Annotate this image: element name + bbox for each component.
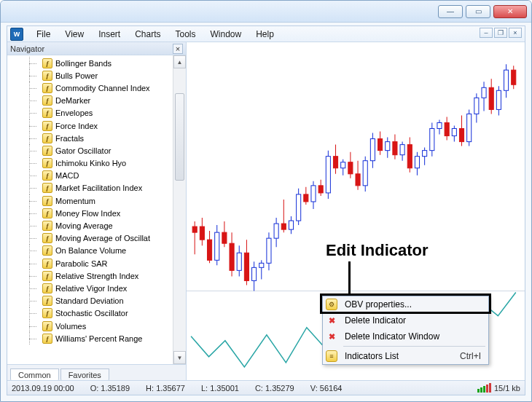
svg-rect-88	[512, 70, 516, 84]
mdi-minimize-button[interactable]: –	[480, 28, 493, 38]
tree-item[interactable]: fMoving Average	[25, 219, 173, 232]
menu-insert[interactable]: Insert	[93, 28, 126, 41]
status-high: H: 1.35677	[146, 384, 185, 393]
tree-item[interactable]: fFractals	[25, 132, 173, 144]
scroll-up-button[interactable]: ▲	[173, 55, 186, 68]
tree-item[interactable]: fDeMarker	[25, 95, 173, 107]
tree-item[interactable]: fMoving Average of Oscillat	[25, 232, 173, 245]
tree-item-label: Stochastic Oscillator	[55, 309, 128, 318]
tree-item[interactable]: fMarket Facilitation Index	[25, 182, 173, 194]
window-maximize-button[interactable]: ▭	[466, 5, 490, 18]
tree-item[interactable]: fVolumes	[25, 320, 173, 332]
delete-window-icon: ✖	[326, 331, 337, 342]
navigator-tree[interactable]: fBollinger BandsfBulls PowerfCommodity C…	[7, 55, 173, 364]
tree-item-label: On Balance Volume	[55, 246, 126, 255]
tree-item[interactable]: fGator Oscillator	[25, 144, 173, 157]
tree-branch-icon	[25, 194, 42, 207]
menuitem-delete-indicator[interactable]: ✖ Delete Indicator	[323, 312, 488, 328]
mdi-close-button[interactable]: ×	[509, 28, 522, 38]
svg-rect-2	[192, 226, 197, 232]
menu-file[interactable]: File	[31, 28, 56, 41]
tree-item-label: Bollinger Bands	[55, 59, 112, 68]
tab-common[interactable]: Common	[10, 368, 59, 381]
svg-rect-60	[407, 145, 412, 168]
tree-item[interactable]: fIchimoku Kinko Hyo	[25, 157, 173, 170]
svg-rect-78	[474, 98, 479, 114]
tree-item[interactable]: fRelative Vigor Index	[25, 282, 173, 294]
navigator-header[interactable]: Navigator ×	[7, 42, 186, 55]
window-close-button[interactable]: ✕	[493, 5, 527, 18]
tree-item[interactable]: fMoney Flow Index	[25, 207, 173, 219]
status-low: L: 1.35001	[201, 384, 239, 393]
tree-item[interactable]: fBollinger Bands	[25, 57, 173, 69]
tree-item[interactable]: fForce Index	[25, 119, 173, 132]
tree-item[interactable]: fRelative Strength Index	[25, 269, 173, 282]
annotation-pointer-line	[348, 261, 351, 295]
tree-item[interactable]: fOn Balance Volume	[25, 245, 173, 257]
svg-rect-12	[230, 243, 234, 270]
tree-item-label: Momentum	[55, 197, 95, 205]
tree-item[interactable]: fStandard Deviation	[25, 295, 173, 307]
menu-view[interactable]: View	[59, 28, 90, 41]
menuitem-delete-indicator-label: Delete Indicator	[345, 315, 406, 326]
indicator-icon: f	[42, 146, 52, 156]
svg-rect-64	[423, 151, 427, 157]
tree-item[interactable]: fMACD	[25, 170, 173, 182]
menuitem-obv-properties[interactable]: ⚙ OBV properties...	[323, 296, 488, 312]
menu-charts[interactable]: Charts	[129, 28, 166, 41]
navigator-scrollbar[interactable]: ▲ ▼	[173, 55, 186, 364]
scroll-thumb[interactable]	[175, 93, 184, 181]
navigator-tabs: Common Favorites	[7, 364, 186, 380]
menuitem-obv-properties-label: OBV properties...	[345, 299, 412, 310]
svg-rect-84	[496, 90, 501, 109]
navigator-body: fBollinger BandsfBulls PowerfCommodity C…	[7, 55, 186, 364]
tree-branch-icon	[25, 295, 42, 307]
svg-rect-46	[356, 174, 360, 186]
tree-branch-icon	[25, 219, 42, 232]
statusbar: 2013.09.19 00:00 O: 1.35189 H: 1.35677 L…	[7, 380, 525, 395]
svg-rect-36	[318, 186, 323, 193]
indicator-icon: f	[42, 158, 52, 168]
indicator-icon: f	[42, 271, 52, 281]
tree-branch-icon	[25, 144, 42, 157]
svg-rect-16	[244, 253, 249, 280]
svg-rect-8	[215, 232, 219, 260]
menuitem-delete-indicator-window[interactable]: ✖ Delete Indicator Window	[323, 328, 488, 344]
window-titlebar[interactable]: — ▭ ✕	[1, 1, 531, 23]
menuitem-indicators-list[interactable]: ≡ Indicators List Ctrl+I	[323, 348, 488, 364]
properties-icon: ⚙	[326, 299, 337, 310]
svg-rect-18	[252, 267, 257, 280]
indicator-icon: f	[42, 245, 52, 256]
indicator-icon: f	[42, 133, 52, 143]
annotation-label: Edit Indicator	[326, 241, 429, 260]
tab-favorites[interactable]: Favorites	[60, 368, 109, 381]
scroll-down-button[interactable]: ▼	[173, 351, 186, 364]
tree-item[interactable]: fStochastic Oscillator	[25, 307, 173, 320]
tree-branch-icon	[25, 320, 42, 332]
svg-rect-6	[207, 240, 211, 260]
status-datetime: 2013.09.19 00:00	[12, 384, 74, 393]
tree-item[interactable]: fMomentum	[25, 194, 173, 207]
tree-branch-icon	[25, 332, 42, 344]
indicator-icon: f	[42, 221, 52, 231]
svg-rect-66	[430, 129, 434, 151]
tree-item[interactable]: fParabolic SAR	[25, 257, 173, 269]
svg-rect-86	[504, 70, 509, 90]
svg-rect-74	[459, 129, 463, 142]
tree-item[interactable]: fCommodity Channel Index	[25, 82, 173, 94]
indicator-context-menu: ⚙ OBV properties... ✖ Delete Indicator ✖…	[322, 296, 489, 365]
menu-window[interactable]: Window	[205, 28, 248, 41]
navigator-close-button[interactable]: ×	[173, 44, 183, 54]
scroll-track[interactable]	[173, 68, 186, 351]
tree-item-label: Moving Average of Oscillat	[55, 234, 150, 243]
svg-rect-58	[400, 145, 404, 155]
status-close: C: 1.35279	[255, 384, 294, 393]
tree-item[interactable]: fEnvelopes	[25, 107, 173, 119]
tree-item[interactable]: fWilliams' Percent Range	[25, 332, 173, 344]
svg-rect-72	[452, 129, 456, 136]
menu-help[interactable]: Help	[250, 28, 280, 41]
window-minimize-button[interactable]: —	[438, 5, 463, 18]
mdi-restore-button[interactable]: ❐	[494, 28, 507, 38]
tree-item[interactable]: fBulls Power	[25, 69, 173, 82]
menu-tools[interactable]: Tools	[170, 28, 202, 41]
